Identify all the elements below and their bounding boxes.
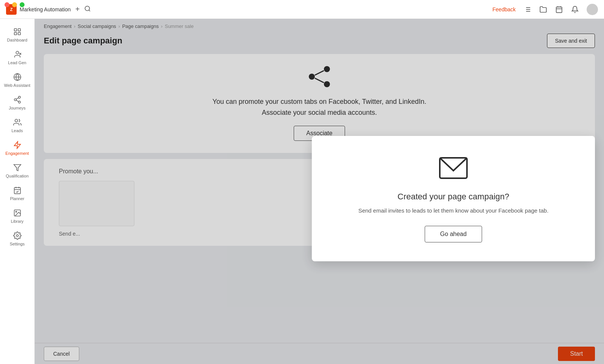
svg-rect-12 <box>14 29 16 31</box>
svg-point-34 <box>15 211 17 212</box>
svg-rect-15 <box>18 32 20 35</box>
settings-icon <box>13 231 22 240</box>
svg-marker-27 <box>14 142 20 148</box>
sidebar-item-journeys[interactable]: Journeys <box>0 91 34 114</box>
leads-icon <box>13 118 22 127</box>
svg-rect-13 <box>18 29 20 31</box>
breadcrumb-page-campaigns[interactable]: Page campaigns <box>122 23 159 29</box>
sidebar-label-journeys: Journeys <box>9 106 26 110</box>
sidebar-item-settings[interactable]: Settings <box>0 227 34 250</box>
dashboard-icon <box>13 27 22 36</box>
add-button[interactable]: + <box>75 5 80 14</box>
web-assistant-icon <box>13 72 22 82</box>
svg-line-40 <box>315 78 324 83</box>
minimize-dot[interactable] <box>12 2 17 7</box>
social-card-line2: Associate your social media accounts. <box>262 109 377 116</box>
social-card-line1: You can promote your custom tabs on Face… <box>213 98 426 105</box>
sidebar-label-settings: Settings <box>10 242 25 246</box>
svg-marker-28 <box>14 165 20 171</box>
email-overlay-text: Send email invites to leads to let them … <box>358 206 549 215</box>
breadcrumb-current: Summer sale <box>165 23 194 29</box>
engagement-icon <box>13 140 22 150</box>
svg-point-37 <box>309 74 315 80</box>
start-button[interactable]: Start <box>558 347 595 361</box>
sidebar-label-dashboard: Dashboard <box>7 38 28 42</box>
go-ahead-button[interactable]: Go ahead <box>425 226 482 242</box>
email-icon <box>438 155 468 183</box>
svg-point-38 <box>324 81 330 87</box>
page-header: Edit page campaign Save and exit <box>35 29 604 54</box>
page-title: Edit page campaign <box>44 36 122 46</box>
topbar: Z Marketing Automation + Feedback <box>0 0 604 19</box>
svg-line-1 <box>89 10 90 11</box>
svg-line-25 <box>16 98 18 99</box>
journeys-icon <box>13 95 22 104</box>
topbar-actions: Feedback <box>493 4 598 15</box>
svg-rect-14 <box>14 32 16 35</box>
svg-line-24 <box>16 100 18 102</box>
svg-point-16 <box>16 51 18 54</box>
close-dot[interactable] <box>5 2 9 7</box>
svg-point-35 <box>16 234 18 237</box>
sidebar-item-planner[interactable]: Planner <box>0 182 34 205</box>
breadcrumb-engagement[interactable]: Engagement <box>44 23 72 29</box>
sidebar-item-qualification[interactable]: Qualification <box>0 159 34 182</box>
sidebar-item-engagement[interactable]: Engagement <box>0 137 34 159</box>
sidebar-label-leads: Leads <box>12 128 23 133</box>
share-icon <box>307 66 331 89</box>
sidebar: Dashboard Lead Gen Web Assistant Journey… <box>0 19 35 364</box>
maximize-dot[interactable] <box>20 2 25 7</box>
sidebar-item-dashboard[interactable]: Dashboard <box>0 23 34 46</box>
sidebar-item-leads[interactable]: Leads <box>0 114 34 137</box>
sidebar-item-library[interactable]: Library <box>0 205 34 227</box>
breadcrumb-sep-2: › <box>119 24 120 29</box>
library-icon <box>13 208 22 217</box>
feedback-link[interactable]: Feedback <box>493 6 516 12</box>
bell-icon[interactable] <box>571 5 579 14</box>
svg-point-21 <box>18 96 20 99</box>
cancel-button[interactable]: Cancel <box>44 347 79 361</box>
main-content: Engagement › Social campaigns › Page cam… <box>35 19 604 364</box>
window-controls <box>5 2 25 7</box>
svg-point-22 <box>14 99 16 101</box>
search-button[interactable] <box>84 5 91 14</box>
avatar[interactable] <box>587 4 598 15</box>
svg-point-0 <box>85 6 89 11</box>
svg-point-23 <box>18 101 20 103</box>
sidebar-item-web-assistant[interactable]: Web Assistant <box>0 69 34 91</box>
social-card-text: You can promote your custom tabs on Face… <box>213 96 426 118</box>
svg-rect-8 <box>556 7 562 12</box>
breadcrumb-sep-1: › <box>74 24 76 29</box>
sidebar-label-qualification: Qualification <box>6 174 29 178</box>
svg-line-39 <box>315 71 324 75</box>
svg-point-26 <box>15 119 17 122</box>
svg-point-36 <box>324 66 330 72</box>
email-overlay-card: Created your page campaign? Send email i… <box>312 136 595 261</box>
sidebar-label-planner: Planner <box>10 196 25 201</box>
email-overlay-title: Created your page campaign? <box>398 192 509 202</box>
qualification-icon <box>13 163 22 172</box>
breadcrumb-social-campaigns[interactable]: Social campaigns <box>78 23 116 29</box>
sidebar-label-web-assistant: Web Assistant <box>4 83 31 88</box>
svg-rect-29 <box>14 188 20 194</box>
promote-placeholder <box>59 181 134 226</box>
breadcrumb-sep-3: › <box>161 24 162 29</box>
lead-gen-icon <box>13 50 22 59</box>
sidebar-label-engagement: Engagement <box>5 151 29 156</box>
bottom-bar: Cancel Start <box>35 343 604 364</box>
planner-icon <box>13 186 22 195</box>
app-title: Marketing Automation <box>20 6 71 12</box>
folder-icon[interactable] <box>539 5 547 14</box>
list-icon[interactable] <box>523 5 532 14</box>
sidebar-label-lead-gen: Lead Gen <box>8 60 26 65</box>
sidebar-item-lead-gen[interactable]: Lead Gen <box>0 46 34 69</box>
save-exit-button[interactable]: Save and exit <box>547 34 595 48</box>
calendar-icon[interactable] <box>555 5 563 14</box>
breadcrumb: Engagement › Social campaigns › Page cam… <box>35 19 604 29</box>
sidebar-label-library: Library <box>11 219 24 224</box>
